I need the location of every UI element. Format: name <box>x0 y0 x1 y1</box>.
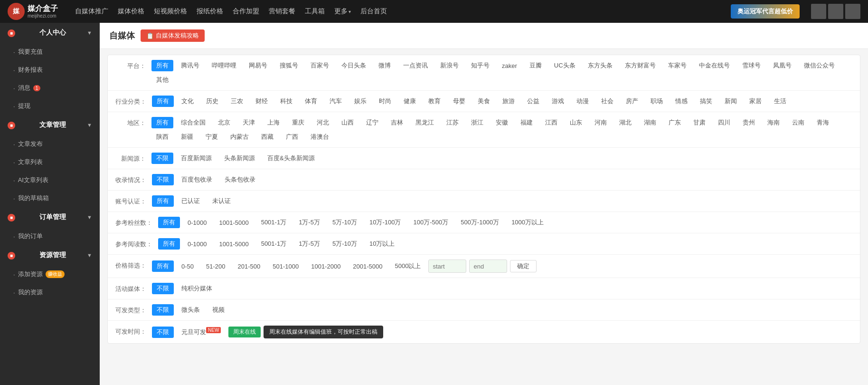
filter-tag-5001-1万[interactable]: 5001-1万 <box>256 238 291 250</box>
filter-tag-母婴[interactable]: 母婴 <box>448 96 470 107</box>
filter-tag-上海[interactable]: 上海 <box>263 117 284 128</box>
filter-tag-所有[interactable]: 所有 <box>151 60 173 71</box>
price-end-input[interactable] <box>469 260 507 273</box>
filter-tag-所有[interactable]: 所有 <box>152 96 174 107</box>
filter-tag-新闻[interactable]: 新闻 <box>720 96 742 107</box>
filter-tag-微博[interactable]: 微博 <box>374 60 396 71</box>
promo-banner[interactable]: 奥运冠军代言超低价 <box>731 4 800 19</box>
filter-tag-动漫[interactable]: 动漫 <box>572 96 594 107</box>
filter-tag-山西[interactable]: 山西 <box>337 117 359 128</box>
sidebar-item-文章列表[interactable]: ·文章列表 <box>0 153 100 171</box>
filter-tag-黑龙江[interactable]: 黑龙江 <box>411 117 439 128</box>
nav-link-工具箱[interactable]: 工具箱 <box>305 7 325 16</box>
filter-tag-视频[interactable]: 视频 <box>208 304 229 316</box>
filter-tag-四川[interactable]: 四川 <box>713 117 735 128</box>
filter-tag-0-50[interactable]: 0-50 <box>177 261 198 271</box>
sidebar-item-我的资源[interactable]: ·我的资源 <box>0 283 100 301</box>
filter-tag-不限[interactable]: 不限 <box>152 304 174 316</box>
filter-tag-公益[interactable]: 公益 <box>522 96 544 107</box>
filter-tag-未认证[interactable]: 未认证 <box>208 195 236 207</box>
filter-tag-车家号[interactable]: 车家号 <box>663 60 691 71</box>
filter-tag-5万-10万[interactable]: 5万-10万 <box>328 217 362 228</box>
filter-tag-游戏[interactable]: 游戏 <box>547 96 569 107</box>
filter-tag-所有[interactable]: 所有 <box>152 195 174 207</box>
filter-tag-不限[interactable]: 不限 <box>152 174 174 185</box>
filter-tag-搞笑[interactable]: 搞笑 <box>695 96 717 107</box>
filter-tag-知乎号[interactable]: 知乎号 <box>466 60 494 71</box>
filter-tag-河南[interactable]: 河南 <box>590 117 612 128</box>
filter-tag-辽宁[interactable]: 辽宁 <box>361 117 383 128</box>
filter-tag-1001-2000[interactable]: 1001-2000 <box>306 261 345 271</box>
filter-tag-中金在线号[interactable]: 中金在线号 <box>694 60 735 71</box>
nav-link-营销套餐[interactable]: 营销套餐 <box>269 7 295 16</box>
nav-link-短视频价格[interactable]: 短视频价格 <box>154 7 187 16</box>
filter-tag-微头条[interactable]: 微头条 <box>177 304 205 316</box>
filter-tag-福建[interactable]: 福建 <box>516 117 538 128</box>
filter-tag-百度&头条新闻源[interactable]: 百度&头条新闻源 <box>263 153 320 164</box>
filter-tag-教育[interactable]: 教育 <box>424 96 445 107</box>
filter-tag-东方财富号[interactable]: 东方财富号 <box>620 60 660 71</box>
filter-tag-情感[interactable]: 情感 <box>670 96 692 107</box>
filter-tag-江苏[interactable]: 江苏 <box>442 117 463 128</box>
filter-tag-UC头条[interactable]: UC头条 <box>549 60 580 71</box>
price-start-input[interactable] <box>428 260 466 273</box>
filter-tag-江西[interactable]: 江西 <box>540 117 562 128</box>
filter-tag-时尚[interactable]: 时尚 <box>374 96 396 107</box>
sidebar-section-文章管理[interactable]: ■文章管理▼ <box>0 115 100 135</box>
filter-tag-所有[interactable]: 所有 <box>151 117 173 128</box>
filter-tag-宁夏[interactable]: 宁夏 <box>201 131 223 143</box>
sidebar-item-文章发布[interactable]: ·文章发布 <box>0 135 100 153</box>
filter-tag-头条新闻源[interactable]: 头条新闻源 <box>219 153 260 164</box>
filter-tag-美食[interactable]: 美食 <box>473 96 495 107</box>
filter-tag-所有[interactable]: 所有 <box>158 217 180 228</box>
filter-tag-2001-5000[interactable]: 2001-5000 <box>348 261 387 271</box>
nav-link-后台首页[interactable]: 后台首页 <box>360 7 387 16</box>
filter-tag-东方头条[interactable]: 东方头条 <box>583 60 617 71</box>
filter-tag-201-500[interactable]: 201-500 <box>233 261 265 271</box>
filter-tag-西藏[interactable]: 西藏 <box>256 131 278 143</box>
filter-tag-天津[interactable]: 天津 <box>238 117 260 128</box>
filter-tag-体育[interactable]: 体育 <box>300 96 322 107</box>
sidebar-item-消息[interactable]: ·消息1 <box>0 79 100 97</box>
filter-tag-元旦可发[interactable]: 元旦可发NEW <box>177 326 226 338</box>
filter-tag-重庆[interactable]: 重庆 <box>287 117 309 128</box>
filter-tag-云南[interactable]: 云南 <box>787 117 809 128</box>
filter-tag-山东[interactable]: 山东 <box>565 117 587 128</box>
sidebar-item-财务报表[interactable]: ·财务报表 <box>0 61 100 79</box>
filter-tag-广西[interactable]: 广西 <box>281 131 303 143</box>
filter-tag-10万-100万[interactable]: 10万-100万 <box>365 217 406 228</box>
filter-tag-5001-1万[interactable]: 5001-1万 <box>256 217 291 228</box>
filter-tag-网易号[interactable]: 网易号 <box>244 60 272 71</box>
sidebar-section-订单管理[interactable]: ■订单管理▼ <box>0 207 100 227</box>
filter-tag-搜狐号[interactable]: 搜狐号 <box>275 60 303 71</box>
filter-tag-其他[interactable]: 其他 <box>151 74 173 86</box>
filter-tag-1000万以上[interactable]: 1000万以上 <box>507 217 548 228</box>
filter-tag-0-1000[interactable]: 0-1000 <box>183 239 211 249</box>
filter-tag-陕西[interactable]: 陕西 <box>151 131 173 143</box>
filter-tag-百度包收录[interactable]: 百度包收录 <box>177 174 217 185</box>
nav-link-报纸价格[interactable]: 报纸价格 <box>197 7 223 16</box>
filter-tag-湖南[interactable]: 湖南 <box>639 117 661 128</box>
filter-tag-甘肃[interactable]: 甘肃 <box>689 117 710 128</box>
filter-tag-新疆[interactable]: 新疆 <box>176 131 198 143</box>
filter-tag-海南[interactable]: 海南 <box>763 117 784 128</box>
filter-tag-安徽[interactable]: 安徽 <box>491 117 513 128</box>
filter-tag-0-1000[interactable]: 0-1000 <box>183 218 211 228</box>
filter-tag-不限[interactable]: 不限 <box>152 327 174 338</box>
filter-tag-所有[interactable]: 所有 <box>152 260 174 272</box>
sidebar-item-AI文章列表[interactable]: ·AI文章列表 <box>0 171 100 189</box>
filter-tag-港澳台[interactable]: 港澳台 <box>306 131 334 143</box>
filter-tag-不限[interactable]: 不限 <box>152 283 174 294</box>
filter-tag-501-1000[interactable]: 501-1000 <box>268 261 303 271</box>
filter-tag-吉林[interactable]: 吉林 <box>386 117 408 128</box>
filter-tag-贵州[interactable]: 贵州 <box>738 117 760 128</box>
logo[interactable]: 媒 媒介盒子 meijihezi.com <box>8 3 58 20</box>
filter-tag-豆瓣[interactable]: 豆瓣 <box>525 60 547 71</box>
filter-tag-三农[interactable]: 三农 <box>226 96 248 107</box>
filter-tag-历史[interactable]: 历史 <box>201 96 223 107</box>
filter-tag-10万以上[interactable]: 10万以上 <box>365 238 399 250</box>
filter-tag-zaker[interactable]: zaker <box>497 61 522 71</box>
nav-link-更多[interactable]: 更多▾ <box>334 7 351 16</box>
filter-tag-北京[interactable]: 北京 <box>213 117 235 128</box>
filter-tag-家居[interactable]: 家居 <box>745 96 766 107</box>
